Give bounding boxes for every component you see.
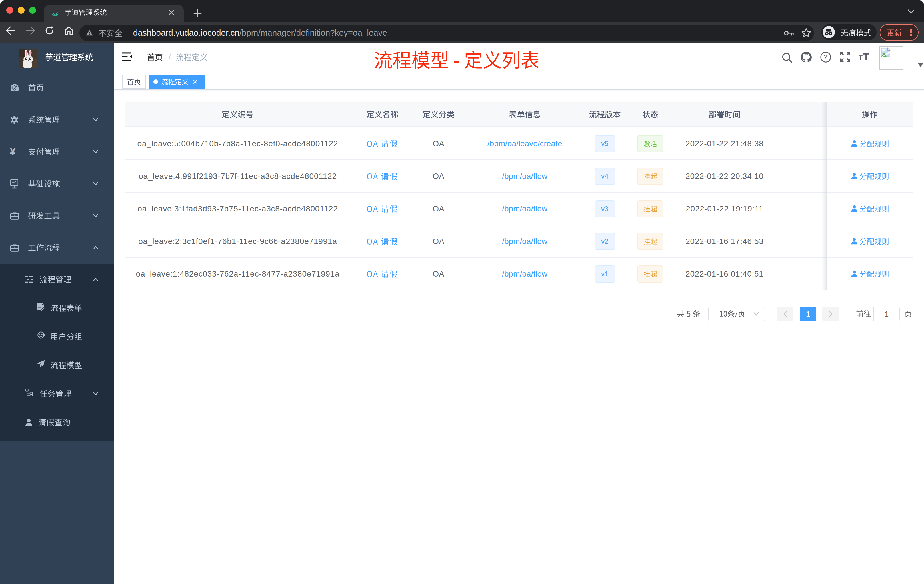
svg-text:?: ? (823, 53, 828, 61)
